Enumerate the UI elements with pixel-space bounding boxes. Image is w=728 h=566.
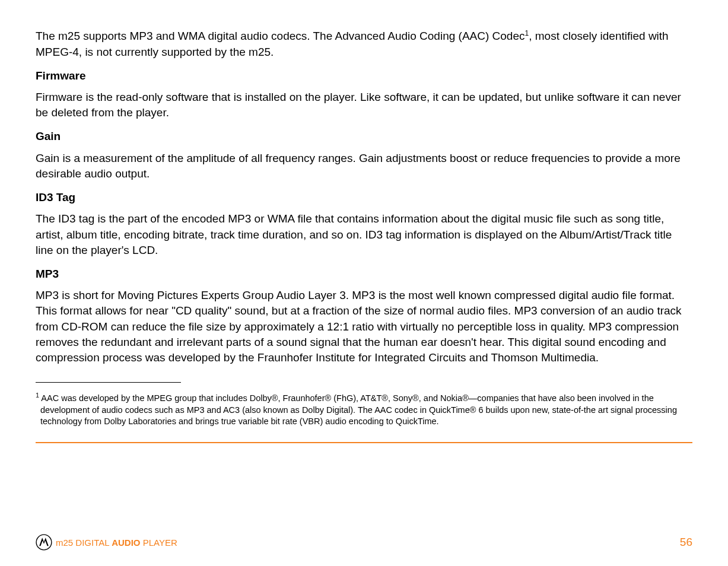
footnote-1: 1 AAC was developed by the MPEG group th… bbox=[36, 391, 692, 428]
footer-product-label: m25 DIGITAL AUDIO PLAYER bbox=[56, 538, 177, 548]
footer-audio: AUDIO bbox=[112, 538, 140, 548]
page-footer: m25 DIGITAL AUDIO PLAYER 56 bbox=[36, 534, 692, 551]
gain-heading: Gain bbox=[36, 129, 692, 144]
id3-heading: ID3 Tag bbox=[36, 190, 692, 205]
footer-rule bbox=[36, 442, 692, 443]
footer-suffix: PLAYER bbox=[141, 538, 177, 548]
motorola-logo-icon bbox=[36, 534, 52, 551]
mp3-heading: MP3 bbox=[36, 266, 692, 282]
page-number: 56 bbox=[680, 536, 692, 549]
footer-prefix: m25 DIGITAL bbox=[56, 538, 112, 548]
firmware-paragraph: Firmware is the read-only software that … bbox=[36, 90, 692, 120]
footer-left: m25 DIGITAL AUDIO PLAYER bbox=[36, 534, 177, 551]
intro-text-before: The m25 supports MP3 and WMA digital aud… bbox=[36, 30, 525, 42]
firmware-heading: Firmware bbox=[36, 68, 692, 84]
intro-paragraph: The m25 supports MP3 and WMA digital aud… bbox=[36, 28, 692, 60]
mp3-paragraph: MP3 is short for Moving Pictures Experts… bbox=[36, 288, 692, 365]
footnote-text-1: AAC was developed by the MPEG group that… bbox=[39, 393, 677, 426]
id3-paragraph: The ID3 tag is the part of the encoded M… bbox=[36, 211, 692, 258]
gain-paragraph: Gain is a measurement of the amplitude o… bbox=[36, 151, 692, 182]
footnote-separator bbox=[36, 382, 181, 383]
document-body: The m25 supports MP3 and WMA digital aud… bbox=[36, 28, 692, 443]
